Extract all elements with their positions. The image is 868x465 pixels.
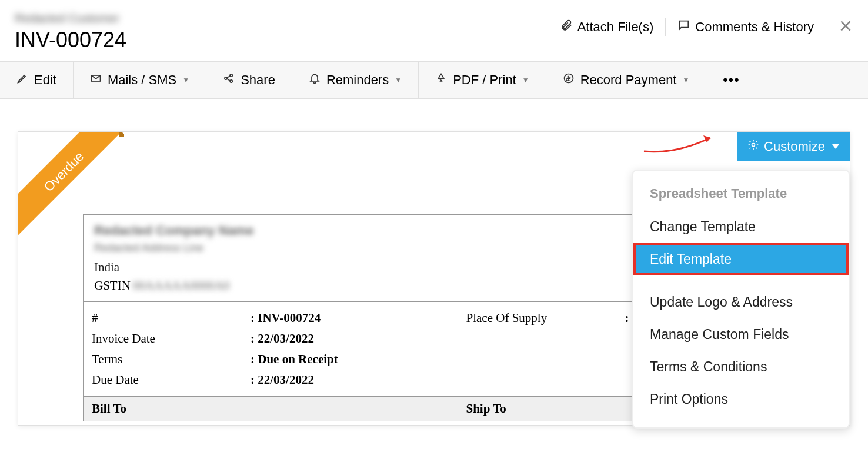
comments-label: Comments & History bbox=[695, 19, 814, 35]
menu-terms-conditions[interactable]: Terms & Conditions bbox=[633, 351, 849, 383]
menu-print-options[interactable]: Print Options bbox=[633, 383, 849, 416]
separator bbox=[826, 18, 826, 36]
close-icon bbox=[838, 18, 853, 34]
comments-history-button[interactable]: Comments & History bbox=[677, 19, 814, 35]
gear-icon bbox=[747, 139, 759, 154]
field-invoice-date-label: Invoice Date bbox=[92, 331, 251, 346]
field-hash-value: : INV-000724 bbox=[251, 311, 321, 326]
caret-down-icon: ▼ bbox=[395, 76, 402, 84]
payment-icon bbox=[563, 72, 575, 88]
customer-name-obscured: Redacted Customer bbox=[15, 12, 126, 25]
menu-manage-custom-fields[interactable]: Manage Custom Fields bbox=[633, 318, 849, 351]
field-invoice-date-value: : 22/03/2022 bbox=[251, 331, 314, 346]
comment-icon bbox=[677, 19, 690, 35]
pdf-icon bbox=[435, 72, 447, 88]
close-button[interactable] bbox=[838, 18, 853, 36]
invoice-number-title: INV-000724 bbox=[15, 28, 126, 52]
annotation-arrow bbox=[641, 125, 717, 162]
menu-change-template[interactable]: Change Template bbox=[633, 211, 849, 243]
share-icon bbox=[223, 72, 235, 88]
field-place-of-supply-label: Place Of Supply bbox=[466, 311, 625, 326]
invoice-preview-card: Overdue Customize Spreadsheet Template C… bbox=[18, 131, 850, 426]
attach-label: Attach File(s) bbox=[577, 19, 654, 35]
more-icon: ••• bbox=[723, 72, 740, 88]
customize-button[interactable]: Customize bbox=[737, 132, 850, 161]
separator bbox=[665, 18, 666, 36]
action-toolbar: Edit Mails / SMS ▼ Share Reminders ▼ PDF… bbox=[0, 61, 868, 99]
pdf-print-button[interactable]: PDF / Print ▼ bbox=[419, 62, 546, 98]
menu-edit-template[interactable]: Edit Template bbox=[633, 243, 849, 275]
attach-files-button[interactable]: Attach File(s) bbox=[560, 19, 654, 35]
overdue-label: Overdue bbox=[18, 132, 123, 231]
svg-point-5 bbox=[752, 144, 755, 147]
caret-down-icon bbox=[832, 144, 839, 149]
mails-sms-button[interactable]: Mails / SMS ▼ bbox=[74, 62, 206, 98]
bell-icon bbox=[309, 72, 321, 88]
more-actions-button[interactable]: ••• bbox=[706, 62, 756, 98]
gstin-label: GSTIN bbox=[94, 278, 131, 293]
record-payment-button[interactable]: Record Payment ▼ bbox=[546, 62, 707, 98]
caret-down-icon: ▼ bbox=[522, 76, 529, 84]
field-hash-label: # bbox=[92, 311, 251, 326]
edit-button[interactable]: Edit bbox=[0, 62, 74, 98]
caret-down-icon: ▼ bbox=[682, 76, 689, 84]
field-terms-label: Terms bbox=[92, 352, 251, 367]
envelope-icon bbox=[90, 72, 102, 88]
bill-to-header: Bill To bbox=[84, 397, 458, 421]
field-terms-value: : Due on Receipt bbox=[251, 352, 338, 367]
dropdown-section-header: Spreadsheet Template bbox=[633, 182, 849, 211]
paperclip-icon bbox=[560, 19, 573, 35]
field-due-date-value: : 22/03/2022 bbox=[251, 373, 314, 387]
field-due-date-label: Due Date bbox=[92, 373, 251, 387]
overdue-ribbon: Overdue bbox=[18, 132, 124, 238]
caret-down-icon: ▼ bbox=[182, 76, 189, 84]
share-button[interactable]: Share bbox=[206, 62, 292, 98]
menu-update-logo[interactable]: Update Logo & Address bbox=[633, 286, 849, 318]
customize-dropdown: Spreadsheet Template Change Template Edi… bbox=[632, 170, 850, 429]
gstin-value-obscured: 00AAAAA0000A0 bbox=[133, 278, 230, 293]
pencil-icon bbox=[16, 72, 28, 88]
reminders-button[interactable]: Reminders ▼ bbox=[292, 62, 419, 98]
